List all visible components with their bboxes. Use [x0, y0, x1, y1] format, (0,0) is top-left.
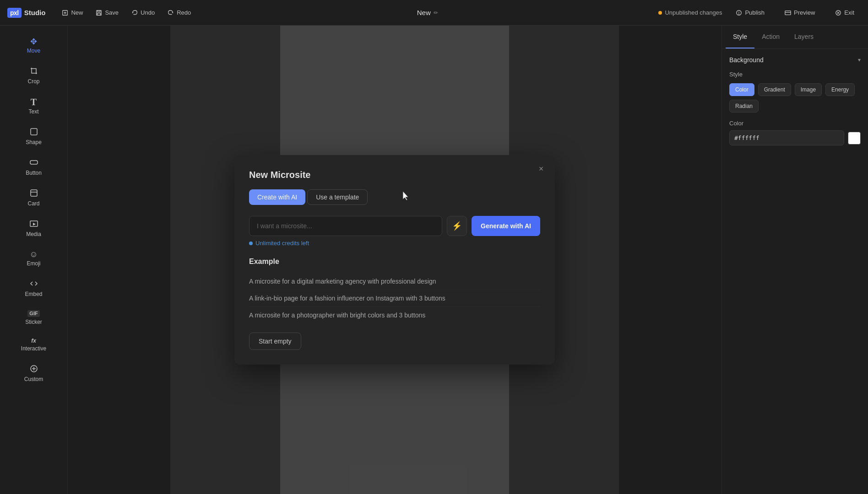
modal-title: New Microsite: [249, 170, 540, 180]
lightning-icon: ⚡: [452, 221, 462, 231]
logo-studio: Studio: [24, 9, 46, 16]
example-item-1[interactable]: A link-in-bio page for a fashion influen…: [249, 290, 540, 307]
background-chevron: ▾: [858, 57, 861, 63]
sidebar-item-label-emoji: Emoji: [27, 260, 40, 267]
sidebar-item-label-custom: Custom: [24, 376, 43, 382]
sidebar-item-card[interactable]: Card: [4, 183, 64, 212]
style-option-image[interactable]: Image: [795, 83, 822, 96]
crop-icon: [30, 67, 38, 76]
emoji-icon: ☺: [29, 250, 38, 258]
shape-icon: [30, 128, 38, 137]
canvas-area: × New Microsite Create with AI Use a tem…: [68, 26, 722, 494]
modal-overlay[interactable]: × New Microsite Create with AI Use a tem…: [68, 26, 722, 494]
logo: pxl Studio: [7, 8, 45, 18]
publish-icon: [736, 10, 742, 16]
modal-close-button[interactable]: ×: [535, 162, 548, 175]
color-label: Color: [729, 120, 861, 127]
credits-dot: [249, 242, 253, 245]
sidebar-item-interactive[interactable]: fx Interactive: [4, 333, 64, 357]
example-item-0[interactable]: A microsite for a digital marketing agen…: [249, 273, 540, 290]
svg-point-8: [739, 14, 739, 14]
preview-button[interactable]: Preview: [778, 6, 821, 19]
unpublished-badge: Unpublished changes: [658, 9, 722, 16]
sidebar-item-move[interactable]: ✥ Move: [4, 32, 64, 59]
publish-button[interactable]: Publish: [729, 6, 771, 19]
main-layout: ✥ Move Crop T Text Shape Button: [0, 26, 868, 494]
credits-info: Unlimited credits left: [249, 240, 540, 247]
svg-rect-15: [30, 161, 38, 164]
microsite-prompt-input[interactable]: [249, 216, 442, 236]
style-label: Style: [729, 71, 861, 78]
style-option-radian[interactable]: Radian: [729, 100, 759, 113]
edit-title-icon: ✏: [434, 10, 438, 16]
sticker-icon: GIF: [27, 310, 39, 317]
sidebar-item-crop[interactable]: Crop: [4, 61, 64, 90]
tab-style[interactable]: Style: [726, 26, 754, 48]
sidebar-item-label-button: Button: [26, 170, 42, 176]
generate-with-ai-button[interactable]: Generate with AI: [472, 216, 540, 236]
svg-rect-5: [98, 13, 101, 15]
tab-create-with-ai[interactable]: Create with AI: [249, 189, 305, 205]
style-option-gradient[interactable]: Gradient: [758, 83, 791, 96]
sidebar-item-embed[interactable]: Embed: [4, 274, 64, 303]
example-item-2[interactable]: A microsite for a photographer with brig…: [249, 307, 540, 323]
move-icon: ✥: [30, 38, 37, 46]
sidebar-item-label-move: Move: [27, 48, 40, 54]
right-panel-content: Background ▾ Style Color Gradient Image …: [722, 49, 868, 153]
sidebar-item-button[interactable]: Button: [4, 153, 64, 182]
style-option-color[interactable]: Color: [729, 83, 754, 96]
color-input[interactable]: [729, 130, 844, 145]
undo-icon: [131, 10, 138, 16]
lightning-button[interactable]: ⚡: [447, 216, 467, 236]
example-section-title: Example: [249, 258, 540, 266]
redo-icon: [168, 10, 174, 16]
doc-title[interactable]: New ✏: [417, 9, 438, 16]
new-microsite-modal: × New Microsite Create with AI Use a tem…: [234, 155, 555, 365]
exit-icon: [835, 10, 841, 16]
save-button[interactable]: Save: [90, 6, 124, 19]
button-icon: [30, 158, 38, 168]
topbar-right: Unpublished changes Publish Preview Exit: [658, 6, 861, 19]
interactive-icon: fx: [31, 338, 36, 344]
sidebar-item-label-crop: Crop: [27, 78, 39, 85]
sidebar-item-shape[interactable]: Shape: [4, 122, 64, 151]
color-input-row: [729, 130, 861, 145]
topbar-center: New ✏: [196, 9, 658, 16]
custom-icon: [30, 365, 38, 374]
svg-rect-4: [98, 10, 100, 12]
sidebar-item-label-text: Text: [28, 108, 38, 115]
svg-rect-9: [785, 11, 791, 15]
right-sidebar: Style Action Layers Background ▾ Style C…: [722, 26, 868, 494]
tab-layers[interactable]: Layers: [787, 26, 821, 48]
sidebar-item-media[interactable]: Media: [4, 214, 64, 243]
sidebar-item-emoji[interactable]: ☺ Emoji: [4, 245, 64, 272]
redo-button[interactable]: Redo: [162, 6, 196, 19]
sidebar-item-label-card: Card: [27, 200, 39, 207]
background-section: Background ▾: [729, 56, 861, 64]
color-swatch[interactable]: [848, 132, 861, 145]
logo-pxl: pxl: [7, 8, 22, 18]
sidebar-item-text[interactable]: T Text: [4, 92, 64, 120]
tab-action[interactable]: Action: [754, 26, 787, 48]
sidebar-item-label-embed: Embed: [25, 291, 42, 297]
media-icon: [30, 220, 38, 229]
sidebar-item-sticker[interactable]: GIF Sticker: [4, 305, 64, 331]
tab-use-template[interactable]: Use a template: [307, 189, 368, 205]
right-sidebar-tabs: Style Action Layers: [722, 26, 868, 49]
sidebar-item-label-interactive: Interactive: [21, 345, 46, 352]
new-button[interactable]: New: [56, 6, 88, 19]
sidebar-item-custom[interactable]: Custom: [4, 359, 64, 388]
modal-tabs: Create with AI Use a template: [249, 189, 540, 205]
topbar: pxl Studio New Save Undo Redo New ✏ Unpu…: [0, 0, 868, 26]
style-option-energy[interactable]: Energy: [825, 83, 855, 96]
start-empty-button[interactable]: Start empty: [249, 333, 301, 350]
text-icon: T: [31, 97, 37, 107]
modal-input-row: ⚡ Generate with AI: [249, 216, 540, 236]
credits-text: Unlimited credits left: [255, 240, 309, 247]
undo-button[interactable]: Undo: [126, 6, 160, 19]
preview-icon: [785, 10, 791, 16]
status-dot: [658, 11, 662, 15]
style-options: Color Gradient Image Energy Radian: [729, 83, 861, 113]
exit-button[interactable]: Exit: [829, 6, 861, 19]
svg-rect-14: [31, 129, 37, 135]
